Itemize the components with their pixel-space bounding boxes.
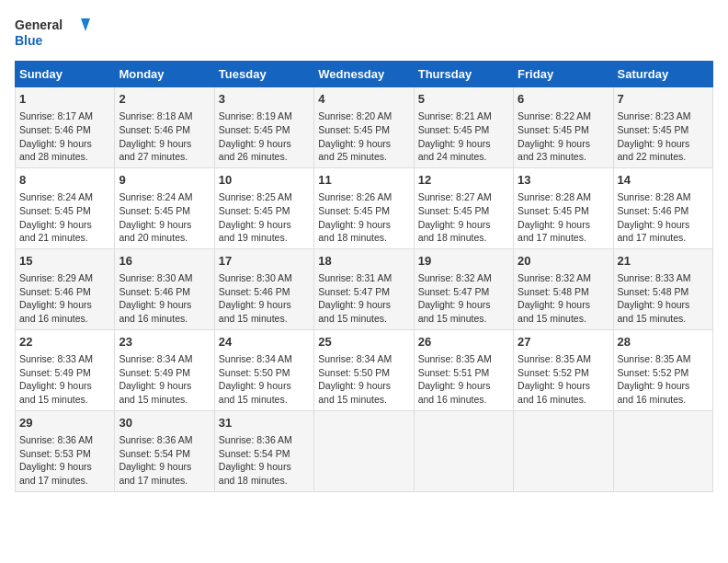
- cell-text: and 15 minutes.: [119, 393, 210, 407]
- cell-text: and 17 minutes.: [119, 474, 210, 488]
- cell-text: Sunset: 5:46 PM: [618, 204, 709, 218]
- cell-text: and 18 minutes.: [318, 231, 409, 245]
- cell-text: Sunset: 5:45 PM: [418, 204, 509, 218]
- cell-text: Daylight: 9 hours: [618, 218, 709, 232]
- calendar-week-row: 15Sunrise: 8:29 AMSunset: 5:46 PMDayligh…: [16, 248, 713, 329]
- cell-text: Daylight: 9 hours: [418, 379, 509, 393]
- day-number: 5: [418, 91, 509, 108]
- cell-text: Sunrise: 8:35 AM: [618, 352, 709, 366]
- cell-text: Sunrise: 8:34 AM: [119, 352, 210, 366]
- cell-text: and 15 minutes.: [318, 393, 409, 407]
- cell-text: and 18 minutes.: [418, 231, 509, 245]
- cell-text: Sunset: 5:47 PM: [418, 285, 509, 299]
- cell-text: Sunrise: 8:22 AM: [518, 109, 609, 123]
- calendar-body: 1Sunrise: 8:17 AMSunset: 5:46 PMDaylight…: [16, 87, 713, 492]
- cell-text: Daylight: 9 hours: [19, 379, 110, 393]
- cell-text: Sunset: 5:51 PM: [418, 366, 509, 380]
- cell-text: Daylight: 9 hours: [219, 218, 310, 232]
- cell-text: and 22 minutes.: [618, 150, 709, 164]
- calendar-cell: [414, 410, 513, 491]
- cell-text: and 16 minutes.: [19, 312, 110, 326]
- cell-text: Sunset: 5:53 PM: [19, 447, 110, 461]
- cell-text: Sunset: 5:45 PM: [219, 204, 310, 218]
- day-number: 17: [219, 253, 310, 270]
- day-number: 27: [518, 334, 609, 350]
- calendar-cell: 5Sunrise: 8:21 AMSunset: 5:45 PMDaylight…: [414, 87, 513, 168]
- cell-text: Sunrise: 8:35 AM: [418, 352, 509, 366]
- day-number: 26: [418, 334, 509, 350]
- day-number: 3: [219, 91, 310, 108]
- day-number: 2: [119, 91, 210, 108]
- cell-text: Sunset: 5:54 PM: [119, 447, 210, 461]
- svg-marker-2: [81, 18, 90, 31]
- day-number: 30: [119, 415, 210, 431]
- calendar-cell: 17Sunrise: 8:30 AMSunset: 5:46 PMDayligh…: [214, 248, 313, 329]
- cell-text: and 17 minutes.: [618, 231, 709, 245]
- cell-text: Sunset: 5:48 PM: [518, 285, 609, 299]
- cell-text: Sunrise: 8:21 AM: [418, 109, 509, 123]
- cell-text: and 26 minutes.: [219, 150, 310, 164]
- cell-text: Sunrise: 8:29 AM: [19, 271, 110, 285]
- cell-text: Daylight: 9 hours: [418, 218, 509, 232]
- day-number: 25: [318, 334, 409, 350]
- cell-text: Sunrise: 8:20 AM: [318, 109, 409, 123]
- day-number: 28: [618, 334, 709, 350]
- calendar-cell: 21Sunrise: 8:33 AMSunset: 5:48 PMDayligh…: [613, 248, 712, 329]
- cell-text: Sunrise: 8:26 AM: [318, 190, 409, 204]
- cell-text: Daylight: 9 hours: [219, 137, 310, 151]
- cell-text: Sunset: 5:46 PM: [19, 285, 110, 299]
- cell-text: and 28 minutes.: [19, 150, 110, 164]
- day-number: 8: [19, 172, 110, 189]
- cell-text: and 27 minutes.: [119, 150, 210, 164]
- day-number: 14: [618, 172, 709, 189]
- calendar-cell: 7Sunrise: 8:23 AMSunset: 5:45 PMDaylight…: [613, 87, 712, 168]
- cell-text: Daylight: 9 hours: [119, 218, 210, 232]
- cell-text: and 25 minutes.: [318, 150, 409, 164]
- cell-text: Sunrise: 8:19 AM: [219, 109, 310, 123]
- cell-text: Daylight: 9 hours: [119, 379, 210, 393]
- cell-text: Daylight: 9 hours: [219, 298, 310, 312]
- day-number: 7: [618, 91, 709, 108]
- day-number: 21: [618, 253, 709, 270]
- day-number: 13: [518, 172, 609, 189]
- day-number: 10: [219, 172, 310, 189]
- cell-text: Sunrise: 8:32 AM: [418, 271, 509, 285]
- cell-text: and 15 minutes.: [219, 312, 310, 326]
- cell-text: Sunset: 5:48 PM: [618, 285, 709, 299]
- cell-text: and 15 minutes.: [418, 312, 509, 326]
- cell-text: Daylight: 9 hours: [518, 137, 609, 151]
- calendar-cell: 10Sunrise: 8:25 AMSunset: 5:45 PMDayligh…: [214, 167, 313, 248]
- calendar-cell: [314, 410, 414, 491]
- cell-text: Sunset: 5:52 PM: [618, 366, 709, 380]
- cell-text: Sunset: 5:45 PM: [518, 123, 609, 137]
- day-number: 31: [219, 415, 310, 431]
- cell-text: and 20 minutes.: [119, 231, 210, 245]
- cell-text: Sunrise: 8:31 AM: [318, 271, 409, 285]
- cell-text: Sunset: 5:49 PM: [19, 366, 110, 380]
- cell-text: Sunset: 5:45 PM: [219, 123, 310, 137]
- calendar-cell: 3Sunrise: 8:19 AMSunset: 5:45 PMDaylight…: [214, 87, 313, 168]
- cell-text: Daylight: 9 hours: [518, 379, 609, 393]
- day-number: 23: [119, 334, 210, 350]
- cell-text: Daylight: 9 hours: [318, 137, 409, 151]
- calendar-cell: 8Sunrise: 8:24 AMSunset: 5:45 PMDaylight…: [16, 167, 115, 248]
- cell-text: Sunset: 5:46 PM: [119, 285, 210, 299]
- calendar-cell: 16Sunrise: 8:30 AMSunset: 5:46 PMDayligh…: [115, 248, 214, 329]
- calendar-cell: 23Sunrise: 8:34 AMSunset: 5:49 PMDayligh…: [115, 329, 214, 410]
- cell-text: Daylight: 9 hours: [119, 137, 210, 151]
- day-number: 12: [418, 172, 509, 189]
- cell-text: Sunset: 5:45 PM: [19, 204, 110, 218]
- cell-text: Sunrise: 8:27 AM: [418, 190, 509, 204]
- cell-text: Daylight: 9 hours: [518, 218, 609, 232]
- day-number: 16: [119, 253, 210, 270]
- cell-text: Sunset: 5:46 PM: [219, 285, 310, 299]
- cell-text: Daylight: 9 hours: [318, 218, 409, 232]
- day-number: 4: [318, 91, 409, 108]
- cell-text: and 23 minutes.: [518, 150, 609, 164]
- cell-text: Sunset: 5:52 PM: [518, 366, 609, 380]
- cell-text: Daylight: 9 hours: [318, 379, 409, 393]
- cell-text: Sunrise: 8:34 AM: [318, 352, 409, 366]
- header-row: SundayMondayTuesdayWednesdayThursdayFrid…: [16, 62, 713, 87]
- cell-text: and 18 minutes.: [219, 474, 310, 488]
- cell-text: Sunrise: 8:36 AM: [219, 433, 310, 447]
